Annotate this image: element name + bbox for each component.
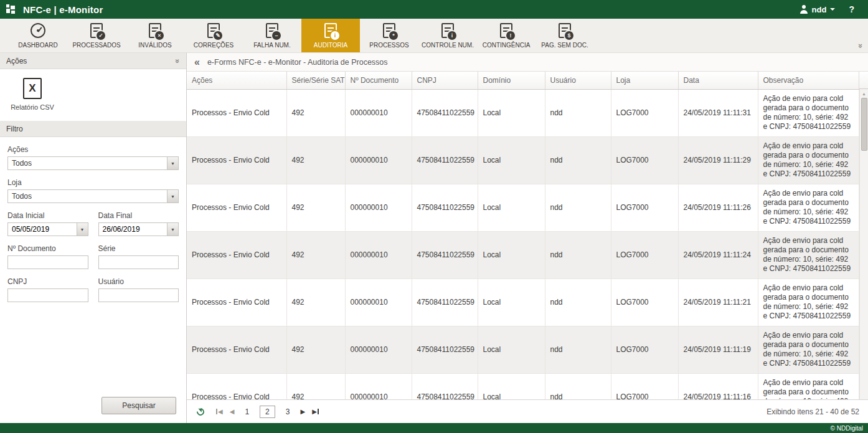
cell-observacao: Ação de envio para cold gerada para o do… bbox=[758, 89, 859, 136]
chevron-down-icon[interactable]: ▼ bbox=[167, 223, 178, 236]
table-header-row: Ações Série/Série SAT Nº Documento CNPJ … bbox=[187, 72, 859, 89]
user-menu[interactable]: ndd bbox=[800, 5, 836, 14]
toolbar-item-processados[interactable]: ✓ PROCESSADOS bbox=[67, 19, 126, 52]
cell-loja: LOG7000 bbox=[611, 326, 678, 373]
loja-select-value: Todos bbox=[8, 190, 167, 202]
chevron-down-icon[interactable]: ▼ bbox=[167, 190, 178, 202]
help-button[interactable]: ? bbox=[849, 4, 854, 14]
first-page-button[interactable]: ◀ bbox=[216, 408, 223, 415]
toolbar-item-pag-sem-doc[interactable]: $ PAG. SEM DOC. bbox=[535, 19, 594, 52]
table-row[interactable]: Processos - Envio Cold 492 000000010 475… bbox=[187, 278, 859, 326]
current-page-button[interactable]: 2 bbox=[260, 406, 275, 418]
loja-filter-label: Loja bbox=[7, 178, 179, 187]
cell-documento: 000000010 bbox=[345, 326, 412, 373]
cell-acoes: Processos - Envio Cold bbox=[187, 373, 286, 399]
serie-input[interactable] bbox=[98, 255, 179, 269]
page-1-button[interactable]: 1 bbox=[241, 406, 253, 417]
cnpj-input[interactable] bbox=[7, 288, 88, 302]
column-header-acoes[interactable]: Ações bbox=[187, 72, 286, 89]
toolbar-item-invalidos[interactable]: × INVÁLIDOS bbox=[126, 19, 184, 52]
cell-usuario: ndd bbox=[545, 373, 611, 399]
cell-acoes: Processos - Envio Cold bbox=[187, 184, 286, 231]
documento-filter-row: Nº Documento Série bbox=[7, 236, 179, 269]
column-header-dominio[interactable]: Domínio bbox=[478, 72, 545, 89]
refresh-icon[interactable] bbox=[196, 407, 205, 417]
column-header-loja[interactable]: Loja bbox=[611, 72, 678, 89]
toolbar-item-processos[interactable]: * PROCESSOS bbox=[360, 19, 418, 52]
doc-info-icon: i bbox=[324, 23, 337, 38]
pagination-bar: ◀ ◀ 1 2 3 ▶ ▶ Exibindo itens 21 - 40 de … bbox=[187, 399, 868, 423]
next-page-button[interactable]: ▶ bbox=[300, 408, 305, 415]
chevron-down-icon[interactable]: ▼ bbox=[77, 223, 88, 236]
gauge-icon bbox=[31, 23, 45, 38]
toolbar-item-falha-num[interactable]: – FALHA NUM. bbox=[243, 19, 301, 52]
scrollbar-thumb[interactable] bbox=[861, 98, 867, 151]
cell-dominio: Local bbox=[478, 184, 545, 231]
scroll-up-icon[interactable]: ▲ bbox=[862, 89, 866, 98]
column-header-data[interactable]: Data bbox=[678, 72, 758, 89]
usuario-input[interactable] bbox=[98, 288, 179, 302]
toolbar-item-correcoes[interactable]: ✎ CORREÇÕES bbox=[184, 19, 243, 52]
cell-documento: 000000010 bbox=[345, 373, 412, 399]
user-name: ndd bbox=[812, 5, 827, 14]
cell-loja: LOG7000 bbox=[611, 373, 678, 399]
acoes-select[interactable]: Todos ▼ bbox=[7, 156, 179, 170]
cell-cnpj: 47508411022559 bbox=[412, 373, 478, 399]
column-header-cnpj[interactable]: CNPJ bbox=[412, 72, 478, 89]
table-row[interactable]: Processos - Envio Cold 492 000000010 475… bbox=[187, 184, 859, 231]
loja-select[interactable]: Todos ▼ bbox=[7, 189, 179, 203]
data-inicial-picker[interactable]: ▼ bbox=[7, 222, 88, 236]
prev-page-button[interactable]: ◀ bbox=[230, 408, 235, 415]
toolbar-item-contingencia[interactable]: ! CONTINGÊNCIA bbox=[477, 19, 535, 52]
actions-body: X Relatório CSV bbox=[0, 69, 186, 121]
cell-dominio: Local bbox=[478, 89, 545, 136]
table-row[interactable]: Processos - Envio Cold 492 000000010 475… bbox=[187, 373, 859, 399]
cell-usuario: ndd bbox=[545, 184, 611, 231]
table-row[interactable]: Processos - Envio Cold 492 000000010 475… bbox=[187, 326, 859, 373]
column-header-serie[interactable]: Série/Série SAT bbox=[286, 72, 345, 89]
collapse-sidebar-icon[interactable]: « bbox=[194, 57, 200, 68]
chevron-down-icon[interactable]: ▼ bbox=[167, 157, 178, 169]
page-3-button[interactable]: 3 bbox=[282, 406, 294, 417]
doc-alert-icon: i bbox=[441, 23, 454, 38]
last-page-button[interactable]: ▶ bbox=[312, 408, 319, 415]
cell-cnpj: 47508411022559 bbox=[412, 89, 478, 136]
copyright-link[interactable]: © NDDigital bbox=[831, 425, 863, 432]
cell-serie: 492 bbox=[286, 326, 345, 373]
cell-documento: 000000010 bbox=[345, 278, 412, 326]
data-inicial-input[interactable] bbox=[8, 223, 77, 236]
data-final-input[interactable] bbox=[99, 223, 167, 236]
collapse-panel-button[interactable]: » bbox=[176, 57, 180, 65]
search-button[interactable]: Pesquisar bbox=[101, 397, 176, 414]
table-row[interactable]: Processos - Envio Cold 492 000000010 475… bbox=[187, 136, 859, 184]
cell-dominio: Local bbox=[478, 231, 545, 278]
column-header-documento[interactable]: Nº Documento bbox=[345, 72, 412, 89]
cell-dominio: Local bbox=[478, 136, 545, 184]
breadcrumb-bar: « e-Forms NFC-e - e-Monitor - Auditoria … bbox=[187, 53, 868, 72]
cell-dominio: Local bbox=[478, 326, 545, 373]
cell-observacao: Ação de envio para cold gerada para o do… bbox=[758, 373, 859, 399]
toolbar-item-dashboard[interactable]: DASHBOARD bbox=[9, 19, 67, 52]
column-header-observacao[interactable]: Observação bbox=[758, 72, 859, 89]
table-row[interactable]: Processos - Envio Cold 492 000000010 475… bbox=[187, 89, 859, 136]
table-row[interactable]: Processos - Envio Cold 492 000000010 475… bbox=[187, 231, 859, 278]
cell-serie: 492 bbox=[286, 136, 345, 184]
footer: © NDDigital bbox=[0, 423, 868, 433]
app-logo-icon bbox=[6, 4, 17, 15]
doc-x-icon: × bbox=[149, 23, 161, 38]
toolbar-item-auditoria[interactable]: i AUDITORIA bbox=[301, 19, 360, 52]
documento-input[interactable] bbox=[7, 255, 88, 269]
toolbar-item-controle-num[interactable]: i CONTROLE NUM. bbox=[418, 19, 477, 52]
cell-data: 24/05/2019 11:11:29 bbox=[678, 136, 758, 184]
csv-report-button[interactable]: X Relatório CSV bbox=[2, 78, 62, 111]
main-toolbar: DASHBOARD ✓ PROCESSADOS × INVÁLIDOS ✎ CO… bbox=[0, 19, 868, 53]
acoes-filter-label: Ações bbox=[7, 145, 179, 154]
table-scrollbar[interactable]: ▲ bbox=[859, 89, 868, 399]
documento-label: Nº Documento bbox=[7, 244, 88, 253]
doc-edit-icon: ✎ bbox=[207, 23, 220, 38]
data-final-picker[interactable]: ▼ bbox=[98, 222, 179, 236]
cell-cnpj: 47508411022559 bbox=[412, 136, 478, 184]
cell-usuario: ndd bbox=[545, 136, 611, 184]
toolbar-collapse-button[interactable]: » bbox=[859, 41, 863, 50]
column-header-usuario[interactable]: Usuário bbox=[545, 72, 611, 89]
